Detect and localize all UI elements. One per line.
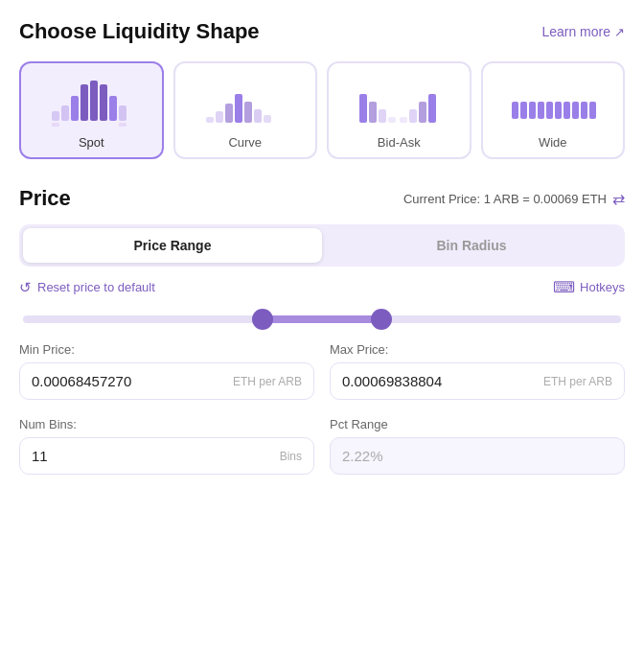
slider-fill [263,315,382,323]
shape-card-curve-label: Curve [228,135,262,150]
controls-row: ↺ Reset price to default ⌨ Hotkeys [19,278,625,296]
max-price-input[interactable] [342,373,538,389]
min-price-group: Min Price: ETH per ARB [19,342,314,400]
svg-rect-18 [369,102,377,123]
reset-icon: ↺ [19,279,32,296]
keyboard-icon: ⌨ [553,278,575,296]
svg-rect-23 [419,102,426,123]
svg-rect-5 [100,84,107,121]
num-bins-group: Num Bins: Bins [19,417,314,475]
svg-rect-8 [52,123,59,127]
svg-rect-7 [119,105,126,121]
num-bins-input-wrapper: Bins [19,437,314,475]
price-inputs-row: Min Price: ETH per ARB Max Price: ETH pe… [19,342,625,400]
num-bins-unit: Bins [280,450,302,463]
min-price-label: Min Price: [19,342,314,357]
shape-card-wide-label: Wide [539,135,567,150]
svg-rect-9 [119,123,126,127]
max-price-label: Max Price: [330,342,625,357]
svg-rect-28 [538,102,544,119]
slider-thumb-right[interactable] [371,309,392,330]
svg-rect-26 [520,102,527,119]
min-price-input-wrapper: ETH per ARB [19,362,314,400]
max-price-input-wrapper: ETH per ARB [330,362,625,400]
external-link-icon: ↗ [614,25,625,39]
svg-rect-13 [235,94,242,123]
svg-rect-1 [61,105,69,121]
svg-rect-15 [254,109,262,123]
svg-rect-12 [225,104,233,123]
svg-rect-30 [555,102,562,119]
min-price-unit: ETH per ARB [233,375,302,388]
pct-range-group: Pct Range 2.22% [330,417,625,475]
svg-rect-33 [581,102,587,119]
svg-rect-29 [546,102,553,119]
curve-chart-icon [202,75,288,128]
spot-chart-icon [48,75,134,128]
shape-cards-container: Spot Curve Bid-Ask [19,61,625,159]
svg-rect-0 [52,111,59,121]
max-price-group: Max Price: ETH per ARB [330,342,625,400]
wide-chart-icon [510,75,596,128]
svg-rect-17 [359,94,367,123]
page-title: Choose Liquidity Shape [19,19,260,44]
svg-rect-14 [244,102,252,123]
price-section-header: Price Current Price: 1 ARB = 0.00069 ETH… [19,186,625,211]
shape-card-curve[interactable]: Curve [173,61,318,159]
bottom-row: Num Bins: Bins Pct Range 2.22% [19,417,625,475]
svg-rect-21 [400,117,407,123]
svg-rect-34 [589,102,596,119]
page-header: Choose Liquidity Shape Learn more ↗ [19,19,625,44]
pct-range-label: Pct Range [330,417,625,431]
hotkeys-button[interactable]: ⌨ Hotkeys [553,278,625,296]
svg-rect-32 [572,102,579,119]
svg-rect-16 [264,115,271,123]
shape-card-spot-label: Spot [79,135,104,150]
bin-radius-tab[interactable]: Bin Radius [322,228,621,263]
svg-rect-6 [109,96,117,121]
shape-card-wide[interactable]: Wide [481,61,626,159]
num-bins-input[interactable] [32,448,274,464]
svg-rect-10 [206,117,214,123]
svg-rect-31 [564,102,570,119]
shape-card-bid-ask[interactable]: Bid-Ask [327,61,472,159]
price-toggle: Price Range Bin Radius [19,224,625,267]
max-price-unit: ETH per ARB [543,375,612,388]
reset-price-button[interactable]: ↺ Reset price to default [19,279,155,296]
svg-rect-25 [512,102,518,119]
shape-card-spot[interactable]: Spot [19,61,164,159]
slider-thumb-left[interactable] [252,309,273,330]
price-section-title: Price [19,186,71,211]
current-price-display: Current Price: 1 ARB = 0.00069 ETH ⇄ [403,190,625,208]
svg-rect-20 [388,117,396,123]
pct-range-value: 2.22% [342,448,612,464]
svg-rect-27 [529,102,536,119]
svg-rect-19 [379,109,386,123]
min-price-input[interactable] [32,373,227,389]
price-slider[interactable] [19,315,625,323]
svg-rect-11 [216,111,223,123]
price-range-tab[interactable]: Price Range [23,228,322,263]
svg-rect-22 [409,109,417,123]
pct-range-display-wrapper: 2.22% [330,437,625,475]
svg-rect-24 [428,94,436,123]
svg-rect-4 [90,81,98,121]
bid-ask-chart-icon [356,75,442,128]
num-bins-label: Num Bins: [19,417,314,431]
slider-track [23,315,621,323]
svg-rect-3 [80,84,88,121]
shape-card-bid-ask-label: Bid-Ask [378,135,421,150]
svg-rect-2 [71,96,79,121]
learn-more-link[interactable]: Learn more ↗ [541,24,625,39]
swap-icon[interactable]: ⇄ [612,190,625,208]
